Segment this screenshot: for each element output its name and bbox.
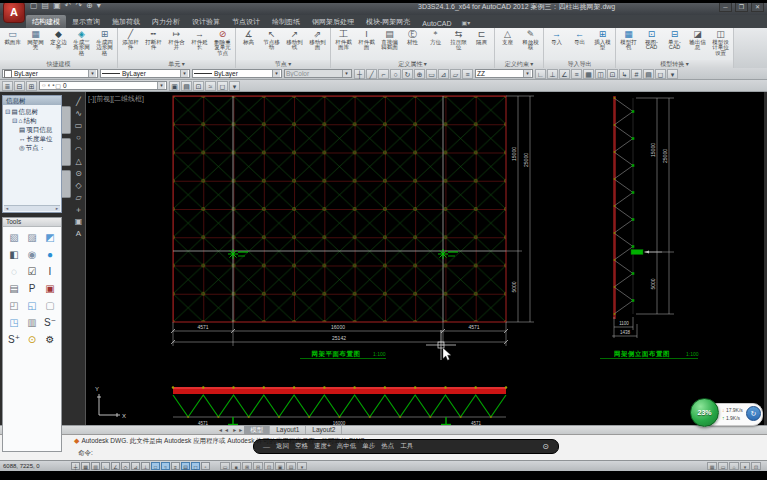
s-plus-icon[interactable]: S⁺: [5, 331, 23, 348]
ortho-toggle[interactable]: ∟: [101, 462, 110, 470]
circle-icon[interactable]: ○: [76, 133, 81, 142]
tab-force-analysis[interactable]: 内力分析: [146, 15, 186, 28]
tree-node-length-unit[interactable]: ↔长度单位: [5, 134, 61, 143]
corner-panel-icon[interactable]: ◱: [23, 297, 41, 314]
layer-tool-icon[interactable]: ◻: [217, 81, 228, 91]
tab-layout2[interactable]: Layout2: [306, 426, 342, 434]
snap-icon[interactable]: ▾: [667, 69, 678, 79]
osnap-toggle[interactable]: ◇: [121, 462, 130, 470]
snap-icon[interactable]: ⊥: [547, 69, 558, 79]
snap-icon[interactable]: ↳: [619, 69, 630, 79]
polar-toggle[interactable]: ∠: [111, 462, 120, 470]
player-tools-button[interactable]: 工具: [400, 442, 413, 451]
gen-tri-mesh-button[interactable]: ◈生成三角形网格: [70, 29, 93, 57]
modify-icon[interactable]: ╱: [366, 69, 377, 79]
edit-section-button[interactable]: ▤直接编辑截面: [378, 29, 401, 51]
orientation-button[interactable]: ＊方位: [424, 29, 447, 45]
import-button[interactable]: →导入: [545, 29, 568, 45]
quickview-icon[interactable]: ■: [231, 462, 241, 470]
hatch-icon[interactable]: ▱: [75, 193, 81, 202]
modify-icon[interactable]: ○: [390, 69, 401, 79]
minimize-button[interactable]: ─: [719, 2, 732, 12]
status-icon[interactable]: ⊞: [242, 462, 252, 470]
palette-side-tab[interactable]: [62, 138, 71, 166]
player-minimize-button[interactable]: —: [263, 443, 270, 450]
snap-toggle[interactable]: ▦: [81, 462, 90, 470]
grid-shell-button[interactable]: ▦网架网壳: [24, 29, 47, 51]
modify-icon[interactable]: ⌐: [378, 69, 389, 79]
player-speed-button[interactable]: 速度+: [314, 442, 331, 451]
tab-drawing[interactable]: 绘制图纸: [266, 15, 306, 28]
member-section-button[interactable]: I杆件截面: [355, 29, 378, 51]
command-prompt[interactable]: 命令:: [78, 449, 93, 458]
app-logo[interactable]: A: [3, 1, 25, 23]
group-label-constraints[interactable]: 定义约束 ▾: [495, 60, 543, 68]
tree-node-project-info[interactable]: ▤项目信息: [5, 125, 61, 134]
shaded-cube-icon[interactable]: ◩: [41, 229, 59, 246]
line-icon[interactable]: ╱: [76, 97, 81, 106]
grid-toggle[interactable]: ▥: [91, 462, 100, 470]
chevron-down-icon[interactable]: ▾: [297, 462, 307, 470]
move-to-face-button[interactable]: ⇗移动到面: [306, 29, 329, 51]
layer-tool-icon[interactable]: ≈: [205, 81, 216, 91]
tree-node-nodes[interactable]: ◎节点：: [5, 143, 61, 152]
gen-quad-mesh-button[interactable]: ⊞生成四边形网格: [93, 29, 116, 57]
layer-manager-icon[interactable]: ≣: [2, 81, 13, 91]
layer-freeze-icon[interactable]: ☼: [41, 82, 47, 89]
layer-off-icon[interactable]: ⊟: [14, 81, 25, 91]
snap-icon[interactable]: ∠: [559, 69, 570, 79]
viewport-label[interactable]: [-][前视][二维线框]: [88, 94, 144, 104]
blob-icon[interactable]: ◌: [5, 263, 23, 280]
break-member-button[interactable]: ╍打断杆件: [142, 29, 165, 51]
snap-icon[interactable]: ◫: [595, 69, 606, 79]
group-label-element[interactable]: 单元 ▾: [118, 60, 235, 68]
material-button[interactable]: Ⓔ材性: [401, 29, 424, 45]
wire-cube-icon[interactable]: ▨: [23, 229, 41, 246]
tools-palette-title[interactable]: Tools: [3, 218, 61, 227]
extend-member-button[interactable]: →杆件延长: [188, 29, 211, 51]
lock-ui-icon[interactable]: ⌂: [729, 462, 739, 470]
style-dropdown[interactable]: ZZ▾: [475, 69, 533, 78]
expander-icon[interactable]: ⊟: [5, 108, 10, 115]
snap-icon[interactable]: ◻: [655, 69, 666, 79]
power-icon[interactable]: ⊙: [542, 443, 549, 451]
lineweight-toggle[interactable]: ≡: [171, 462, 180, 470]
section-library-button[interactable]: ▭截面库: [1, 29, 24, 45]
palette-side-tab[interactable]: [62, 106, 71, 134]
expander-icon[interactable]: ⊟: [12, 117, 17, 124]
modify-icon[interactable]: ⊕: [414, 69, 425, 79]
lineweight-dropdown[interactable]: ByLayer▾: [192, 69, 282, 78]
point-icon[interactable]: ⊙: [75, 169, 82, 178]
checkbox-icon[interactable]: ☑: [23, 263, 41, 280]
horizontal-scrollbar[interactable]: ◄►: [4, 205, 60, 211]
modify-icon[interactable]: ▱: [450, 69, 461, 79]
group-label-model-convert[interactable]: 模型转换 ▾: [616, 60, 733, 68]
s-minus-icon[interactable]: S⁻: [41, 314, 59, 331]
group-label-import-export[interactable]: 导入导出: [544, 60, 615, 68]
player-quality-button[interactable]: 高中低: [337, 442, 357, 451]
model-pack-button[interactable]: ▦模型打包: [617, 29, 640, 51]
node-elevation-button[interactable]: ∡标高: [237, 29, 260, 45]
player-step-button[interactable]: 单步: [362, 442, 375, 451]
member-section-lib-button[interactable]: 工杆件截面库: [332, 29, 355, 51]
modify-icon[interactable]: ▭: [426, 69, 437, 79]
layers-icon[interactable]: ▤: [5, 280, 23, 297]
add-member-button[interactable]: ╱添加杆件: [119, 29, 142, 51]
modify-icon[interactable]: ⊿: [438, 69, 449, 79]
diamond-icon[interactable]: ◇: [75, 181, 81, 190]
layer-lock-icon[interactable]: ▪: [52, 82, 54, 89]
snap-icon[interactable]: ▦: [583, 69, 594, 79]
layer-tool-icon[interactable]: ▤: [181, 81, 192, 91]
transparency-toggle[interactable]: ▤: [181, 462, 190, 470]
annotation-scale-icon[interactable]: ▦: [707, 462, 717, 470]
info-tree-title[interactable]: 信息树: [3, 96, 61, 105]
drawing-canvas[interactable]: 4571 16000 4571 25142 15000 25000 5000 网…: [85, 92, 764, 425]
support-button[interactable]: △支座: [496, 29, 519, 45]
ibeam-icon[interactable]: I: [41, 263, 59, 280]
modify-icon[interactable]: ≡: [462, 69, 473, 79]
layer-on-icon[interactable]: ⊞: [26, 81, 37, 91]
layer-tool-icon[interactable]: ▾: [229, 81, 240, 91]
p-check-icon[interactable]: P: [23, 280, 41, 297]
color-dropdown[interactable]: ByLayer▾: [2, 69, 98, 78]
status-icon[interactable]: ▣: [275, 462, 285, 470]
